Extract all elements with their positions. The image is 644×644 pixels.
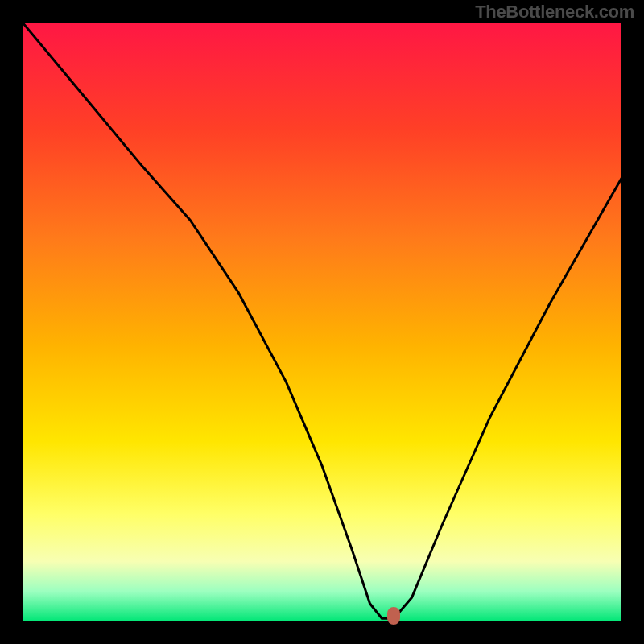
watermark-text: TheBottleneck.com <box>475 2 634 23</box>
focus-marker <box>387 607 400 625</box>
bottleneck-curve <box>23 23 621 621</box>
curve-path <box>23 23 621 618</box>
chart-frame: TheBottleneck.com <box>0 0 644 644</box>
plot-area <box>23 23 621 621</box>
